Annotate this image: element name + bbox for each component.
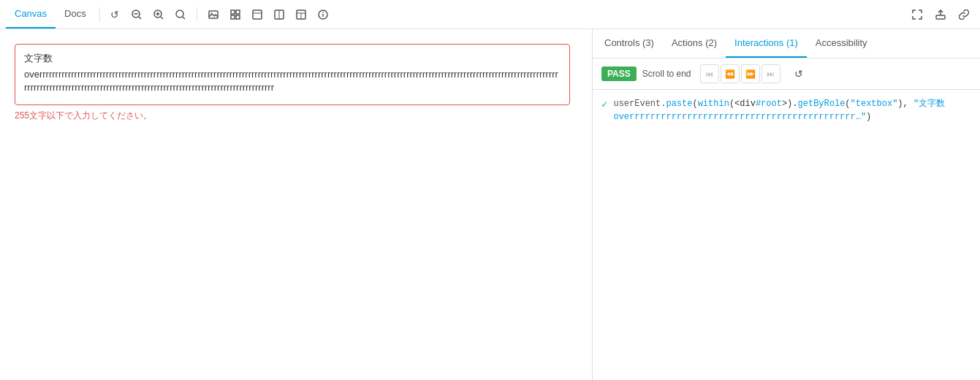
- layout2-icon[interactable]: [269, 4, 289, 25]
- log-within-open: (<div: [729, 99, 756, 109]
- log-root-id: #root: [756, 99, 782, 109]
- main-layout: 文字数 overrrrrrrrrrrrrrrrrrrrrrrrrrrrrrrrr…: [0, 29, 980, 380]
- nav-prev-button[interactable]: ⏪: [721, 64, 740, 83]
- tab-canvas[interactable]: Canvas: [6, 0, 56, 28]
- log-paren-open: (: [692, 99, 697, 109]
- svg-line-8: [183, 17, 185, 19]
- textarea-label: 文字数: [24, 52, 561, 65]
- toolbar-divider: [99, 7, 100, 22]
- tab-interactions[interactable]: Interactions (1): [726, 29, 807, 58]
- svg-line-6: [161, 17, 163, 19]
- log-role-open: (: [845, 99, 850, 109]
- log-user-event: userEvent.: [613, 99, 666, 109]
- nav-next-button[interactable]: ⏩: [741, 64, 760, 83]
- tab-docs[interactable]: Docs: [56, 0, 95, 28]
- svg-point-24: [322, 12, 324, 13]
- svg-rect-11: [231, 10, 235, 14]
- main-tab-group: Canvas Docs: [6, 0, 95, 28]
- svg-rect-15: [253, 10, 262, 19]
- layout3-icon[interactable]: [291, 4, 311, 25]
- scroll-to-end-button[interactable]: Scroll to end: [642, 69, 691, 79]
- nav-last-button[interactable]: ⏭: [761, 64, 780, 83]
- export-icon[interactable]: [930, 4, 951, 25]
- textarea-content[interactable]: overrrrrrrrrrrrrrrrrrrrrrrrrrrrrrrrrrrrr…: [24, 68, 561, 97]
- toolbar-divider-2: [197, 7, 197, 22]
- fullscreen-icon[interactable]: [907, 4, 927, 25]
- link-icon[interactable]: [954, 4, 974, 25]
- log-paren-close: ): [866, 112, 871, 122]
- log-item: ✓ userEvent.paste(within(<div#root>).get…: [601, 97, 971, 123]
- svg-point-7: [176, 10, 183, 18]
- log-fn-paste: paste: [666, 99, 692, 109]
- canvas-panel: 文字数 overrrrrrrrrrrrrrrrrrrrrrrrrrrrrrrrr…: [0, 29, 593, 380]
- interaction-log: ✓ userEvent.paste(within(<div#root>).get…: [593, 90, 980, 131]
- right-panel-tabs: Controls (3) Actions (2) Interactions (1…: [593, 29, 980, 58]
- log-text: userEvent.paste(within(<div#root>).getBy…: [613, 97, 971, 123]
- grid-icon[interactable]: [225, 4, 246, 25]
- toolbar-right: [907, 4, 974, 25]
- zoom-in-icon[interactable]: [148, 4, 169, 25]
- tab-controls[interactable]: Controls (3): [596, 29, 663, 58]
- info-icon[interactable]: [313, 4, 333, 25]
- log-within: within: [698, 99, 729, 109]
- top-bar: Canvas Docs ↺: [0, 0, 980, 29]
- log-role-close: ),: [897, 99, 913, 109]
- log-check-icon: ✓: [601, 98, 607, 110]
- refresh-interactions-button[interactable]: ↺: [789, 64, 808, 83]
- pass-badge: PASS: [601, 66, 637, 81]
- right-panel: Controls (3) Actions (2) Interactions (1…: [593, 29, 980, 380]
- nav-controls: ⏮ ⏪ ⏩ ⏭: [700, 64, 780, 83]
- zoom-out-icon[interactable]: [126, 4, 147, 25]
- interactions-toolbar: PASS Scroll to end ⏮ ⏪ ⏩ ⏭ ↺: [593, 58, 980, 90]
- log-within-close: >).: [782, 99, 798, 109]
- textarea-wrapper: 文字数 overrrrrrrrrrrrrrrrrrrrrrrrrrrrrrrrr…: [15, 44, 570, 105]
- tab-accessibility[interactable]: Accessibility: [807, 29, 876, 58]
- tab-actions[interactable]: Actions (2): [663, 29, 726, 58]
- svg-line-2: [139, 17, 141, 19]
- toolbar-icons: ↺: [105, 4, 907, 25]
- nav-first-button[interactable]: ⏮: [700, 64, 719, 83]
- refresh-icon[interactable]: ↺: [105, 4, 125, 25]
- validation-message: 255文字以下で入力してください。: [15, 110, 577, 122]
- log-role-value: "textbox": [851, 99, 898, 109]
- log-get-by-role: getByRole: [798, 99, 846, 109]
- layout1-icon[interactable]: [247, 4, 267, 25]
- image-icon[interactable]: [203, 4, 224, 25]
- svg-rect-14: [236, 15, 240, 19]
- svg-rect-12: [236, 10, 240, 14]
- svg-rect-25: [936, 15, 945, 19]
- svg-rect-13: [231, 15, 235, 19]
- zoom-reset-icon[interactable]: [170, 4, 191, 25]
